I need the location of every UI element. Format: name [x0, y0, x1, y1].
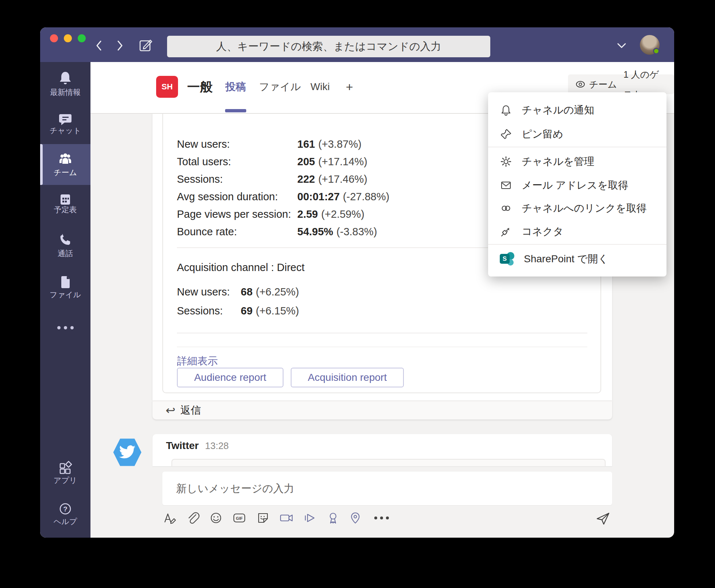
- add-tab-button[interactable]: +: [346, 76, 353, 98]
- divider: [177, 347, 587, 347]
- twitter-bird-icon: [119, 445, 136, 460]
- stat-value: 161: [297, 138, 315, 150]
- menu-item-label: ピン留め: [522, 127, 563, 141]
- activity-bell-icon[interactable]: [57, 70, 73, 86]
- menu-item-label: チャネルへのリンクを取得: [522, 201, 647, 215]
- rail-item-help[interactable]: ヘルプ: [40, 517, 90, 526]
- chat-icon[interactable]: [57, 111, 73, 127]
- location-icon[interactable]: [348, 511, 363, 525]
- active-tab-underline: [225, 109, 246, 112]
- sticker-icon[interactable]: [256, 511, 270, 525]
- channel-avatar[interactable]: SH: [156, 76, 178, 98]
- new-chat-icon[interactable]: [138, 37, 154, 53]
- rail-more-icon[interactable]: [53, 322, 78, 333]
- stream-icon[interactable]: [302, 511, 317, 525]
- menu-item-open-sharepoint[interactable]: S SharePoint で開く: [488, 247, 666, 271]
- gif-icon[interactable]: GIF: [232, 511, 247, 525]
- stat-row: Sessions:69(+6.15%): [177, 303, 299, 318]
- chevron-down-icon[interactable]: [617, 43, 626, 49]
- twitter-avatar: [112, 438, 142, 467]
- menu-item-get-link[interactable]: チャネルへのリンクを取得: [488, 197, 666, 220]
- stat-label: Sessions:: [177, 171, 297, 187]
- stat-label: New users:: [177, 136, 297, 152]
- new-message-input[interactable]: [162, 472, 612, 505]
- rail-item-calls[interactable]: 通話: [40, 249, 90, 258]
- reply-bar[interactable]: ↩ 返信: [152, 401, 612, 419]
- rail-item-calendar[interactable]: 予定表: [40, 205, 90, 214]
- stat-label: Total users:: [177, 154, 297, 169]
- tab-files[interactable]: ファイル: [259, 76, 301, 98]
- teams-window: 最新情報 チャット チーム: [40, 27, 674, 538]
- stat-value: 69: [241, 305, 252, 317]
- link-icon: [500, 202, 512, 214]
- stat-label: Sessions:: [177, 303, 241, 318]
- reply-label: 返信: [181, 403, 201, 417]
- stat-delta: (+17.14%): [318, 156, 367, 167]
- stat-label: Avg session duration:: [177, 189, 297, 204]
- connector-icon: [500, 225, 512, 238]
- search-input[interactable]: [167, 36, 490, 57]
- calls-icon[interactable]: [57, 232, 73, 248]
- stat-row: New users:161(+3.87%): [177, 136, 362, 152]
- stat-delta: (-27.88%): [343, 191, 389, 202]
- audience-report-button[interactable]: Audience report: [177, 368, 283, 387]
- envelope-icon: [500, 179, 512, 192]
- channel-title: 一般: [187, 76, 213, 98]
- attach-icon[interactable]: [185, 511, 200, 525]
- reply-arrow-icon: ↩: [166, 405, 175, 416]
- meet-now-icon[interactable]: [279, 511, 294, 525]
- rail-item-chat[interactable]: チャット: [40, 126, 90, 135]
- sharepoint-icon: S: [500, 252, 514, 266]
- tweet-timestamp: 13:28: [205, 434, 229, 457]
- menu-item-get-email[interactable]: メール アドレスを取得: [488, 174, 666, 197]
- pin-icon: [500, 128, 512, 140]
- menu-item-channel-notifications[interactable]: チャネルの通知: [488, 98, 666, 122]
- rail-item-apps[interactable]: アプリ: [40, 476, 90, 485]
- menu-item-connectors[interactable]: コネクタ: [488, 220, 666, 243]
- rail-item-activity[interactable]: 最新情報: [40, 88, 90, 97]
- back-icon[interactable]: [94, 39, 103, 53]
- stat-row: Sessions:222(+17.46%): [177, 171, 367, 187]
- rail-item-teams[interactable]: チーム: [40, 168, 90, 177]
- forward-icon[interactable]: [116, 39, 124, 53]
- help-icon[interactable]: ?: [57, 501, 73, 517]
- stat-label: Page views per session:: [177, 206, 297, 222]
- menu-item-pin[interactable]: ピン留め: [488, 123, 666, 146]
- tab-wiki[interactable]: Wiki: [310, 76, 330, 98]
- zoom-window-button[interactable]: [78, 34, 86, 42]
- stat-label: New users:: [177, 284, 241, 299]
- emoji-icon[interactable]: [209, 511, 223, 525]
- eye-icon: [575, 81, 585, 88]
- stat-delta: (-3.83%): [336, 226, 377, 237]
- screenshot-stage: 最新情報 チャット チーム: [0, 0, 715, 588]
- menu-item-label: SharePoint で開く: [524, 252, 608, 266]
- stat-delta: (+6.25%): [256, 286, 299, 298]
- stat-delta: (+3.87%): [318, 138, 361, 150]
- files-icon[interactable]: [57, 274, 73, 290]
- format-icon[interactable]: [162, 511, 177, 525]
- apps-icon[interactable]: [57, 460, 73, 476]
- teams-icon[interactable]: [57, 151, 73, 167]
- stat-row: Avg session duration:00:01:27(-27.88%): [177, 189, 389, 204]
- menu-item-manage-channel[interactable]: チャネルを管理: [488, 150, 666, 173]
- tab-posts[interactable]: 投稿: [225, 76, 246, 98]
- send-icon[interactable]: [595, 510, 611, 526]
- tweet-author: Twitter: [166, 434, 199, 457]
- rail-item-files[interactable]: ファイル: [40, 290, 90, 299]
- menu-item-label: チャネルの通知: [522, 103, 594, 117]
- praise-icon[interactable]: [326, 511, 340, 525]
- divider: [177, 333, 587, 333]
- stat-delta: (+2.59%): [321, 208, 364, 220]
- composer-more-icon[interactable]: [371, 511, 392, 525]
- tweet-message-card[interactable]: Twitter 13:28: [152, 434, 612, 466]
- stat-row: New users:68(+6.25%): [177, 284, 299, 299]
- stat-delta: (+17.46%): [318, 173, 367, 185]
- acquisition-report-button[interactable]: Acquisition report: [291, 368, 404, 387]
- guest-count-pill[interactable]: 1 人のゲスト: [616, 74, 674, 94]
- details-link[interactable]: 詳細表示: [177, 354, 218, 368]
- menu-item-label: チャネルを管理: [522, 155, 594, 169]
- minimize-window-button[interactable]: [64, 34, 72, 42]
- stat-row: Bounce rate:54.95%(-3.83%): [177, 224, 377, 239]
- stat-value: 00:01:27: [297, 191, 340, 202]
- close-window-button[interactable]: [50, 34, 58, 42]
